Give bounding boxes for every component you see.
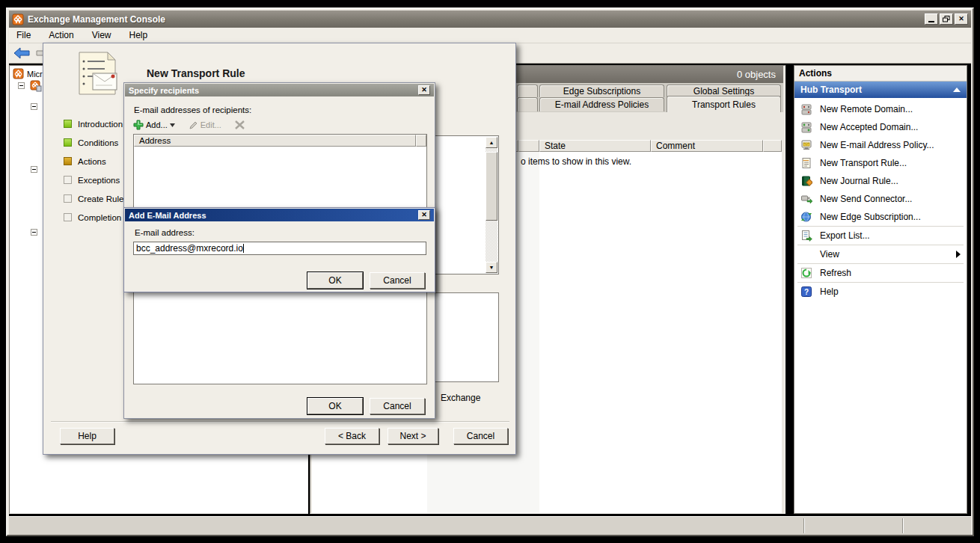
specify-recipients-title: Specify recipients: [129, 86, 199, 95]
email-address-label: E-mail address:: [135, 228, 195, 237]
window-title: Exchange Management Console: [28, 14, 923, 25]
recipients-label: E-mail addresses of recipients:: [134, 105, 251, 114]
actions-panel-title: Actions: [794, 66, 967, 82]
wizard-title: New Transport Rule: [147, 67, 245, 79]
close-button[interactable]: ✕: [955, 13, 968, 25]
action-new-accepted-domain[interactable]: New Accepted Domain...: [794, 118, 967, 136]
accepted-domain-icon: [800, 121, 812, 133]
recipients-list-header: Address: [134, 135, 426, 147]
recipients-toolbar: Add... Edit...: [133, 117, 245, 132]
close-icon: ✕: [958, 16, 964, 22]
action-new-edge-subscription[interactable]: New Edge Subscription...: [794, 208, 967, 226]
minimize-icon: [928, 21, 934, 22]
collapse-chevron-icon: [953, 88, 961, 92]
wizard-next-button[interactable]: Next >: [388, 428, 438, 444]
exchange-logo-icon: [12, 13, 24, 25]
scroll-up-icon[interactable]: ▲: [486, 137, 497, 148]
tab-transport-rules[interactable]: Transport Rules: [667, 96, 781, 112]
action-new-email-address-policy[interactable]: New E-mail Address Policy...: [794, 136, 967, 154]
send-connector-icon: [800, 193, 812, 205]
tree-expander[interactable]: [31, 229, 37, 236]
tree-root-node[interactable]: Micr: [13, 68, 43, 79]
action-new-remote-domain[interactable]: New Remote Domain...: [794, 100, 967, 118]
wizard-list-scrollbar[interactable]: ▲ ▼: [486, 137, 497, 273]
action-help[interactable]: ? Help: [794, 283, 967, 301]
step-status-icon: [64, 157, 72, 165]
add-email-address-dialog: Add E-Mail Address ✕ E-mail address: bcc…: [123, 207, 435, 292]
tree-expander[interactable]: [31, 166, 37, 173]
add-email-cancel-button[interactable]: Cancel: [370, 272, 425, 289]
wizard-help-button[interactable]: Help: [60, 428, 114, 444]
wizard-back-button[interactable]: < Back: [325, 428, 379, 444]
hub-transport-group-header[interactable]: Hub Transport: [794, 82, 967, 98]
specify-cancel-button[interactable]: Cancel: [370, 398, 425, 414]
status-divider: [902, 518, 904, 533]
menu-file[interactable]: File: [16, 30, 31, 40]
add-email-title: Add E-Mail Address: [129, 211, 206, 220]
objects-count: 0 objects: [737, 69, 776, 80]
tree-root-label: Micr: [27, 70, 43, 79]
wizard-text-fragment: Exchange: [441, 393, 480, 403]
action-new-journal-rule[interactable]: New Journal Rule...: [794, 172, 967, 190]
add-plus-icon: [133, 120, 144, 130]
scroll-down-icon[interactable]: ▼: [486, 262, 497, 273]
close-icon: ✕: [421, 212, 427, 218]
column-header-comment[interactable]: Comment: [651, 140, 763, 152]
action-export-list[interactable]: Export List...: [794, 227, 967, 245]
tree-expander[interactable]: [18, 82, 25, 89]
actions-panel: Actions Hub Transport New Remote Domain.…: [794, 65, 967, 514]
edit-button[interactable]: Edit...: [189, 120, 221, 130]
action-refresh[interactable]: Refresh: [794, 264, 967, 282]
close-icon: ✕: [421, 87, 427, 93]
tab-email-address-policies[interactable]: E-mail Address Policies: [539, 97, 664, 111]
step-status-icon: [64, 176, 72, 184]
action-new-transport-rule[interactable]: New Transport Rule...: [794, 154, 967, 172]
column-header-blank[interactable]: [763, 140, 782, 152]
menu-help[interactable]: Help: [129, 30, 148, 40]
column-header-address[interactable]: Address: [134, 135, 416, 147]
step-status-icon: [64, 138, 72, 147]
column-header-cap[interactable]: [416, 135, 426, 147]
minimize-button[interactable]: [925, 13, 938, 25]
transport-rule-wizard-icon: [75, 51, 120, 97]
step-status-icon: [64, 194, 72, 203]
column-header-blank[interactable]: [518, 140, 539, 152]
tab-fragment[interactable]: [517, 97, 538, 111]
window-titlebar[interactable]: Exchange Management Console ✕: [9, 10, 971, 28]
menu-view[interactable]: View: [92, 30, 111, 40]
specify-ok-button[interactable]: OK: [307, 398, 363, 414]
journal-rule-icon: [800, 175, 812, 187]
export-list-icon: [800, 230, 812, 242]
email-address-input[interactable]: bcc_address@mxrecord.io: [133, 242, 426, 255]
status-divider: [803, 518, 805, 533]
wizard-cancel-button[interactable]: Cancel: [453, 428, 508, 444]
menu-action[interactable]: Action: [49, 30, 73, 40]
close-button[interactable]: ✕: [418, 210, 430, 220]
restore-icon: [943, 16, 950, 22]
add-dropdown-icon: [170, 123, 175, 127]
action-view[interactable]: View: [794, 245, 967, 263]
edge-subscription-icon: [800, 211, 812, 223]
email-address-value: bcc_address@mxrecord.io: [136, 243, 243, 254]
restore-button[interactable]: [940, 13, 953, 25]
email-address-policy-icon: [800, 139, 812, 151]
exchange-org-icon: [30, 80, 42, 92]
add-email-titlebar[interactable]: Add E-Mail Address ✕: [125, 209, 434, 221]
step-status-icon: [64, 120, 72, 128]
action-new-send-connector[interactable]: New Send Connector...: [794, 190, 967, 208]
tab-edge-subscriptions[interactable]: Edge Subscriptions: [539, 85, 664, 97]
add-email-ok-button[interactable]: OK: [307, 272, 363, 289]
tree-expander[interactable]: [31, 103, 37, 110]
text-caret: [243, 244, 244, 253]
delete-x-icon[interactable]: [235, 120, 245, 129]
tab-fragment[interactable]: [517, 85, 538, 97]
column-header-state[interactable]: State: [539, 140, 651, 152]
help-icon: ?: [800, 286, 812, 298]
exchange-node-icon: [13, 68, 24, 79]
close-button[interactable]: ✕: [418, 85, 430, 95]
scrollbar-thumb[interactable]: [486, 152, 497, 221]
add-button[interactable]: Add...: [133, 120, 175, 130]
status-bar: [9, 516, 971, 535]
specify-recipients-titlebar[interactable]: Specify recipients ✕: [125, 84, 434, 96]
back-icon[interactable]: [13, 47, 30, 59]
